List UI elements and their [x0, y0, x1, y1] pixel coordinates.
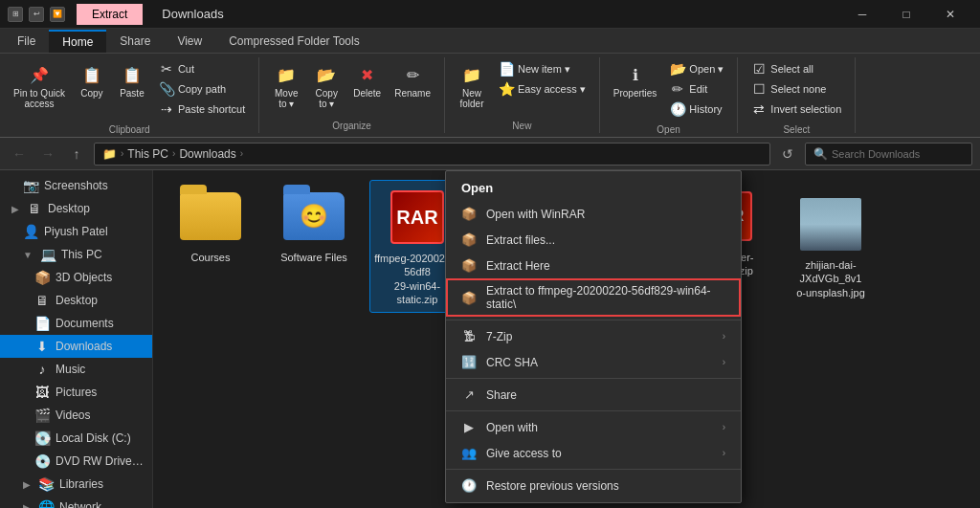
search-box[interactable]: 🔍: [805, 143, 972, 166]
sidebar-item-dvd[interactable]: 💿 DVD RW Drive (E:): [0, 450, 152, 473]
ctx-extract-here[interactable]: 📦 Extract Here: [446, 253, 741, 278]
copy-to-icon: 📂: [315, 63, 338, 86]
sidebar-item-3d-objects[interactable]: 📦 3D Objects: [0, 266, 152, 289]
properties-button[interactable]: ℹ Properties: [608, 59, 663, 102]
search-input[interactable]: [832, 148, 964, 160]
sidebar-item-piyush[interactable]: 👤 Piyush Patel: [0, 220, 152, 243]
ctx-give-access[interactable]: 👥 Give access to ›: [446, 440, 741, 466]
tab-view[interactable]: View: [164, 30, 215, 53]
open-button[interactable]: 📂 Open ▾: [664, 59, 729, 78]
forward-button[interactable]: →: [36, 143, 59, 166]
new-item-icon: 📄: [499, 61, 514, 77]
tab-file[interactable]: File: [4, 30, 49, 53]
ribbon-new-btns: 📁 Newfolder 📄 New item ▾ ⭐ Easy access ▾: [453, 59, 591, 113]
screenshots-icon: 📷: [23, 178, 38, 193]
copy-path-button[interactable]: 📎 Copy path: [153, 79, 251, 99]
breadcrumb-sep-2: ›: [172, 148, 175, 159]
sidebar-item-pictures[interactable]: 🖼 Pictures: [0, 381, 152, 404]
close-button[interactable]: ✕: [928, 0, 972, 29]
ctx-extract-to[interactable]: 📦 Extract to ffmpeg-20200220-56df829-win…: [446, 278, 741, 317]
back-button[interactable]: ←: [8, 143, 31, 166]
rename-button[interactable]: ✏ Rename: [389, 59, 436, 102]
courses-label: Courses: [191, 251, 231, 264]
file-item-courses[interactable]: Courses: [163, 180, 258, 313]
sidebar-item-documents[interactable]: 📄 Documents: [0, 312, 152, 335]
ctx-extract-files[interactable]: 📦 Extract files...: [446, 227, 741, 253]
search-icon: 🔍: [813, 147, 828, 161]
quick-access: ⊞ ↩ 🔽: [8, 7, 65, 22]
refresh-button[interactable]: ↺: [776, 143, 799, 166]
breadcrumb-this-pc: This PC: [127, 147, 168, 161]
ctx-share[interactable]: ↗ Share: [446, 382, 741, 408]
invert-selection-button[interactable]: ⇄ Invert selection: [746, 99, 847, 119]
sidebar-item-desktop[interactable]: 🖥 Desktop: [0, 289, 152, 312]
sidebar-item-desktop-root[interactable]: ▶ 🖥 Desktop: [0, 197, 152, 220]
up-button[interactable]: ↑: [65, 143, 88, 166]
easy-access-button[interactable]: ⭐ Easy access ▾: [493, 79, 591, 99]
ribbon-open-btns: ℹ Properties 📂 Open ▾ ✏ Edit 🕐 History: [608, 59, 730, 119]
tab-share[interactable]: Share: [106, 30, 164, 53]
open-group-label: Open: [657, 121, 679, 135]
new-folder-button[interactable]: 📁 Newfolder: [453, 59, 491, 113]
edit-button[interactable]: ✏ Edit: [664, 79, 729, 99]
sidebar-item-this-pc[interactable]: ▼ 💻 This PC: [0, 243, 152, 266]
cut-button[interactable]: ✂ Cut: [153, 59, 251, 78]
ctx-7zip[interactable]: 🗜 7-Zip ›: [446, 323, 741, 349]
sidebar-item-videos[interactable]: 🎬 Videos: [0, 404, 152, 427]
minimize-button[interactable]: ─: [840, 0, 884, 29]
sidebar-item-music[interactable]: ♪ Music: [0, 358, 152, 381]
copy-to-button[interactable]: 📂 Copyto ▾: [307, 59, 345, 113]
tab-extract[interactable]: Extract: [77, 4, 143, 25]
quick-btn-3[interactable]: 🔽: [50, 7, 65, 22]
invert-selection-icon: ⇄: [751, 101, 767, 117]
new-folder-icon: 📁: [460, 63, 483, 86]
documents-icon: 📄: [34, 316, 50, 331]
software-files-folder-icon: 😊: [283, 186, 345, 247]
copy-path-icon: 📎: [159, 81, 174, 97]
sidebar-item-network[interactable]: ▶ 🌐 Network: [0, 496, 152, 508]
ctx-crc-sha[interactable]: 🔢 CRC SHA ›: [446, 349, 741, 375]
select-all-button[interactable]: ☑ Select all: [746, 59, 847, 78]
paste-button[interactable]: 📋 Paste: [113, 59, 151, 102]
copy-button[interactable]: 📋 Copy: [73, 59, 111, 102]
paste-shortcut-icon: ⇢: [159, 101, 174, 117]
sidebar-item-local-disk[interactable]: 💽 Local Disk (C:): [0, 427, 152, 450]
sidebar-item-screenshots[interactable]: 📷 Screenshots: [0, 174, 152, 197]
copy-icon: 📋: [80, 63, 103, 86]
edit-icon: ✏: [670, 81, 685, 97]
tab-compressed-tools[interactable]: Compressed Folder Tools: [215, 30, 373, 53]
sidebar-item-downloads[interactable]: ⬇ Downloads: [0, 335, 152, 358]
move-to-button[interactable]: 📁 Moveto ▾: [267, 59, 305, 113]
history-button[interactable]: 🕐 History: [664, 99, 729, 119]
new-item-button[interactable]: 📄 New item ▾: [493, 59, 591, 78]
delete-button[interactable]: ✖ Delete: [347, 59, 387, 102]
ribbon-group-new: 📁 Newfolder 📄 New item ▾ ⭐ Easy access ▾…: [445, 57, 600, 133]
crc-arrow: ›: [723, 357, 725, 367]
pin-to-quick-access-button[interactable]: 📌 Pin to Quickaccess: [8, 59, 71, 113]
file-item-zhijian[interactable]: zhijian-dai-JXdVGb_8v1o-unsplash.jpg: [783, 188, 879, 313]
properties-icon: ℹ: [624, 63, 647, 86]
restore-icon: 🕐: [461, 478, 477, 493]
software-files-label: Software Files: [280, 251, 347, 264]
share-icon: ↗: [461, 387, 477, 402]
ctx-divider-4: [446, 469, 741, 470]
breadcrumb[interactable]: 📁 › This PC › Downloads ›: [94, 143, 770, 166]
quick-btn-2[interactable]: ↩: [29, 7, 44, 22]
maximize-button[interactable]: □: [884, 0, 928, 29]
pin-label: Pin to Quickaccess: [13, 88, 65, 109]
paste-shortcut-button[interactable]: ⇢ Paste shortcut: [153, 99, 251, 119]
ctx-restore-versions[interactable]: 🕐 Restore previous versions: [446, 473, 741, 498]
tab-home[interactable]: Home: [49, 30, 106, 53]
ribbon-group-open: ℹ Properties 📂 Open ▾ ✏ Edit 🕐 History O…: [600, 57, 739, 133]
ribbon-group-organize: 📁 Moveto ▾ 📂 Copyto ▾ ✖ Delete ✏ Rename …: [259, 57, 445, 133]
expand-lib-icon: ▶: [23, 479, 31, 490]
select-none-icon: ☐: [751, 81, 767, 97]
file-item-software-files[interactable]: 😊 Software Files: [266, 180, 362, 313]
select-none-button[interactable]: ☐ Select none: [746, 79, 847, 99]
pictures-icon: 🖼: [34, 385, 50, 400]
zhijian-label: zhijian-dai-JXdVGb_8v1o-unsplash.jpg: [787, 258, 875, 299]
quick-btn-1[interactable]: ⊞: [8, 7, 23, 22]
ctx-open-winrar[interactable]: 📦 Open with WinRAR: [446, 201, 741, 227]
sidebar-item-libraries[interactable]: ▶ 📚 Libraries: [0, 473, 152, 496]
ctx-open-with[interactable]: ▶ Open with ›: [446, 414, 741, 440]
